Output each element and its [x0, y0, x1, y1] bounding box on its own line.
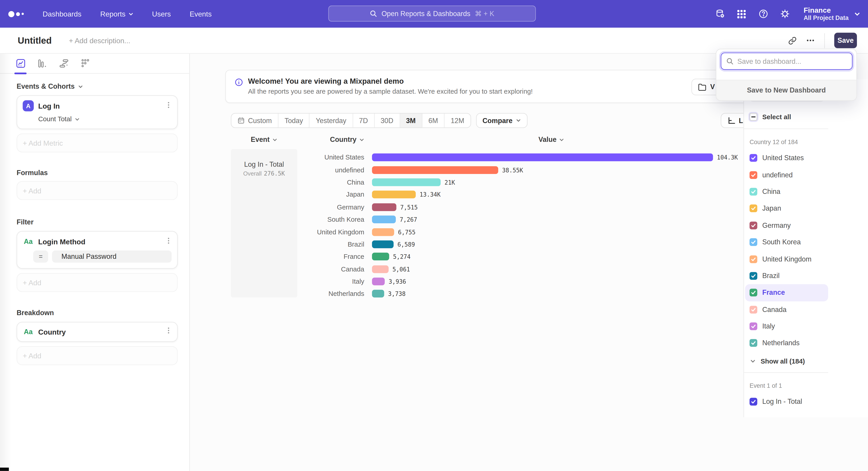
range-30d[interactable]: 30D — [375, 114, 400, 127]
range-3m[interactable]: 3M — [400, 114, 422, 127]
country-item-germany[interactable]: Germany — [745, 217, 828, 234]
bar[interactable] — [372, 290, 384, 298]
checked-checkbox-icon[interactable] — [749, 289, 757, 297]
nav-item-events[interactable]: Events — [190, 10, 212, 18]
kebab-menu-icon[interactable] — [165, 101, 172, 109]
checked-checkbox-icon[interactable] — [749, 306, 757, 313]
filter-operator[interactable]: = — [33, 251, 48, 263]
kebab-menu-icon[interactable] — [165, 237, 172, 244]
country-item-china[interactable]: China — [745, 183, 828, 200]
range-today[interactable]: Today — [278, 114, 310, 127]
chart-row-netherlands[interactable]: Netherlands3,738 — [302, 288, 738, 300]
checked-checkbox-icon[interactable] — [749, 188, 757, 196]
checked-checkbox-icon[interactable] — [749, 323, 757, 330]
country-item-undefined[interactable]: undefined — [745, 167, 828, 183]
event-summary-panel[interactable]: Log In - Total Overall276.5K — [231, 149, 297, 297]
country-item-japan[interactable]: Japan — [745, 200, 828, 217]
insights-tab[interactable] — [15, 58, 26, 69]
value-column-header[interactable]: Value — [511, 136, 592, 143]
compare-button[interactable]: Compare — [476, 113, 527, 128]
global-search-button[interactable]: Open Reports & Dashboards ⌘ + K — [328, 5, 536, 22]
more-options-icon[interactable] — [806, 36, 815, 45]
checked-checkbox-icon[interactable] — [749, 255, 757, 263]
range-6m[interactable]: 6M — [422, 114, 445, 127]
checked-checkbox-icon[interactable] — [749, 272, 757, 279]
add-filter-button[interactable]: + Add — [17, 273, 178, 292]
filter-value[interactable]: Manual Password — [52, 251, 172, 263]
country-item-united-kingdom[interactable]: United Kingdom — [745, 251, 828, 267]
chart-row-germany[interactable]: Germany7,515 — [302, 201, 738, 213]
country-column-header[interactable]: Country — [302, 136, 364, 143]
range-7d[interactable]: 7D — [353, 114, 374, 127]
bar[interactable] — [372, 203, 397, 211]
range-custom[interactable]: Custom — [231, 114, 278, 127]
save-dashboard-search[interactable] — [721, 53, 852, 70]
checked-checkbox-icon[interactable] — [749, 222, 757, 229]
copy-link-icon[interactable] — [788, 36, 797, 45]
bar[interactable] — [372, 253, 389, 261]
project-switcher[interactable]: Finance All Project Data — [804, 6, 860, 22]
filter-card-login-method[interactable]: Aa Login Method = Manual Password — [17, 231, 178, 269]
country-item-canada[interactable]: Canada — [745, 301, 828, 318]
bar[interactable] — [372, 240, 394, 248]
kebab-menu-icon[interactable] — [165, 327, 172, 334]
chart-row-south-korea[interactable]: South Korea7,267 — [302, 213, 738, 226]
bar[interactable] — [372, 166, 498, 174]
bar[interactable] — [372, 191, 416, 198]
breakdown-card-country[interactable]: Aa Country — [17, 322, 178, 342]
bar[interactable] — [372, 178, 441, 186]
bar[interactable] — [372, 228, 394, 236]
chart-row-china[interactable]: China21K — [302, 176, 738, 188]
checked-checkbox-icon[interactable] — [749, 154, 757, 162]
country-item-brazil[interactable]: Brazil — [745, 267, 828, 284]
save-dashboard-input[interactable] — [737, 57, 842, 65]
country-item-france[interactable]: France — [745, 284, 828, 301]
range-12m[interactable]: 12M — [445, 114, 470, 127]
save-to-new-dashboard-button[interactable]: Save to New Dashboard — [716, 80, 857, 100]
checked-checkbox-icon[interactable] — [749, 205, 757, 212]
add-breakdown-button[interactable]: + Add — [17, 346, 178, 365]
country-item-italy[interactable]: Italy — [745, 318, 828, 334]
chart-row-canada[interactable]: Canada5,061 — [302, 263, 738, 275]
range-yesterday[interactable]: Yesterday — [310, 114, 353, 127]
chart-row-united-states[interactable]: United States104.3K — [302, 151, 738, 164]
country-item-south-korea[interactable]: South Korea — [745, 234, 828, 251]
chart-row-united-kingdom[interactable]: United Kingdom6,755 — [302, 226, 738, 238]
settings-gear-icon[interactable] — [780, 9, 790, 19]
checked-checkbox-icon[interactable] — [749, 398, 757, 405]
chart-row-japan[interactable]: Japan13.34K — [302, 188, 738, 201]
show-all-button[interactable]: Show all (184) — [750, 357, 868, 365]
report-title[interactable]: Untitled — [18, 35, 52, 46]
checked-checkbox-icon[interactable] — [749, 171, 757, 179]
nav-item-users[interactable]: Users — [152, 10, 171, 18]
bar[interactable] — [372, 265, 389, 273]
checked-checkbox-icon[interactable] — [749, 238, 757, 246]
mixpanel-logo-icon[interactable] — [8, 11, 27, 17]
event-item-log-in---total[interactable]: Log In - Total — [745, 393, 828, 410]
help-icon[interactable] — [758, 9, 768, 19]
bar[interactable] — [372, 154, 713, 161]
checked-checkbox-icon[interactable] — [749, 339, 757, 347]
data-management-icon[interactable] — [715, 9, 725, 19]
chart-row-undefined[interactable]: undefined38.55K — [302, 164, 738, 176]
chart-row-italy[interactable]: Italy3,936 — [302, 275, 738, 288]
country-item-netherlands[interactable]: Netherlands — [745, 335, 828, 352]
add-metric-button[interactable]: + Add Metric — [17, 134, 178, 152]
add-formula-button[interactable]: + Add — [17, 181, 178, 200]
metric-card-log-in[interactable]: A Log In Count Total — [17, 95, 178, 129]
select-all-checkbox[interactable]: Select all — [749, 113, 868, 121]
apps-grid-icon[interactable] — [737, 9, 747, 19]
flows-tab[interactable] — [58, 58, 69, 69]
chart-row-france[interactable]: France5,274 — [302, 251, 738, 263]
bar[interactable] — [372, 215, 396, 223]
country-item-united-states[interactable]: United States — [745, 150, 828, 166]
events-cohorts-header[interactable]: Events & Cohorts — [17, 83, 178, 90]
nav-item-dashboards[interactable]: Dashboards — [43, 10, 82, 18]
save-button[interactable]: Save — [834, 33, 857, 48]
bar[interactable] — [372, 277, 385, 285]
retention-tab[interactable] — [80, 58, 91, 69]
aggregation-selector[interactable]: Count Total — [38, 115, 172, 123]
add-description-button[interactable]: + Add description... — [69, 36, 130, 45]
funnels-tab[interactable] — [37, 58, 48, 69]
chart-row-brazil[interactable]: Brazil6,589 — [302, 238, 738, 251]
